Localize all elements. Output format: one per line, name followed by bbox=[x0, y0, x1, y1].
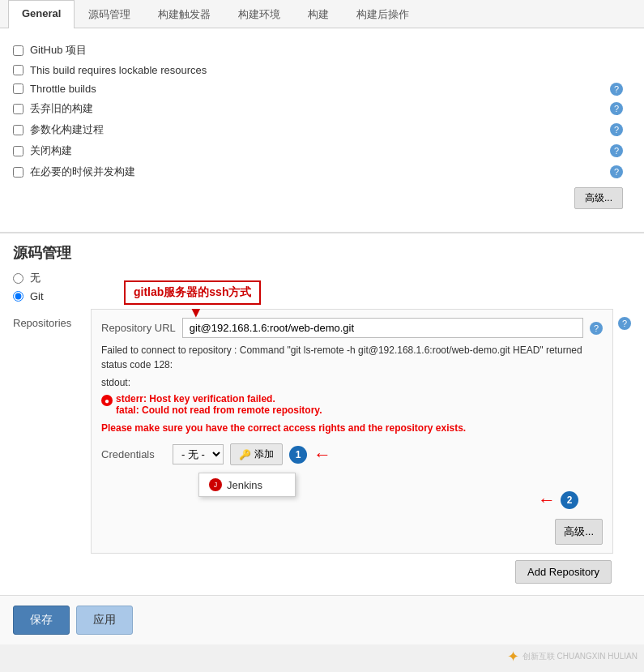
disable-build-help-icon[interactable]: ? bbox=[610, 144, 623, 157]
annotation-arrow-2: ← bbox=[538, 490, 556, 511]
repositories-outer: Repositories gitlab服务器的ssh方式 ▲ Repositor… bbox=[13, 309, 631, 554]
tabs-bar: General 源码管理 构建触发器 构建环境 构建 构建后操作 bbox=[0, 0, 644, 28]
bottom-bar: 保存 应用 bbox=[0, 595, 644, 644]
url-input[interactable] bbox=[182, 318, 583, 338]
discard-help-icon[interactable]: ? bbox=[610, 102, 623, 115]
apply-button[interactable]: 应用 bbox=[76, 606, 133, 635]
throttle-builds-checkbox[interactable] bbox=[13, 83, 23, 94]
add-repository-button[interactable]: Add Repository bbox=[515, 560, 612, 584]
github-project-checkbox[interactable] bbox=[13, 45, 23, 56]
annotation-circle-2: 2 bbox=[561, 491, 578, 509]
key-icon: 🔑 bbox=[239, 449, 251, 460]
concurrent-build-row: 在必要的时候并发构建 ? bbox=[13, 165, 631, 179]
error-msg-1: Failed to connect to repository : Comman… bbox=[101, 343, 603, 372]
error-icon: ● bbox=[101, 395, 113, 406]
tab-general[interactable]: General bbox=[8, 0, 75, 28]
repositories-box: gitlab服务器的ssh方式 ▲ Repository URL ? Faile… bbox=[91, 309, 613, 554]
general-section: GitHub 项目 This build requires lockable r… bbox=[0, 28, 644, 225]
url-help-icon[interactable]: ? bbox=[590, 322, 603, 335]
parameterized-build-label: 参数化构建过程 bbox=[30, 122, 104, 137]
add-btn-label: 添加 bbox=[254, 447, 274, 461]
disable-build-checkbox[interactable] bbox=[13, 146, 23, 156]
lockable-resources-row: This build requires lockable resources bbox=[13, 64, 631, 76]
main-container: General 源码管理 构建触发器 构建环境 构建 构建后操作 GitHub … bbox=[0, 0, 644, 644]
add-credentials-button[interactable]: 🔑 添加 bbox=[230, 443, 283, 465]
jenkins-option[interactable]: J Jenkins bbox=[199, 473, 295, 496]
radio-git-label: Git bbox=[30, 290, 44, 302]
jenkins-icon: J bbox=[209, 478, 222, 491]
disable-build-row: 关闭构建 ? bbox=[13, 143, 631, 158]
watermark: ✦ 创新互联 CHUANGXIN HULIAN bbox=[507, 648, 638, 666]
repo-buttons-row: 高级... bbox=[101, 519, 603, 545]
throttle-help-icon[interactable]: ? bbox=[610, 83, 623, 96]
tab-source[interactable]: 源码管理 bbox=[75, 0, 144, 28]
tab-build[interactable]: 构建 bbox=[294, 0, 343, 28]
credentials-dropdown: J Jenkins bbox=[198, 473, 296, 497]
concurrent-build-label: 在必要的时候并发构建 bbox=[30, 165, 135, 179]
credentials-row: Credentials - 无 - 🔑 添加 1 ← J Jenkins bbox=[101, 443, 603, 465]
error-access: Please make sure you have the correct ac… bbox=[101, 421, 603, 435]
tab-env[interactable]: 构建环境 bbox=[224, 0, 294, 28]
source-management-title: 源码管理 bbox=[13, 243, 631, 263]
repo-help-icon[interactable]: ? bbox=[618, 317, 631, 330]
jenkins-label: Jenkins bbox=[227, 479, 262, 491]
parameterized-build-row: 参数化构建过程 ? bbox=[13, 122, 631, 137]
tab-triggers[interactable]: 构建触发器 bbox=[144, 0, 224, 28]
advanced-btn-row: 高级... bbox=[13, 187, 631, 209]
concurrent-build-checkbox[interactable] bbox=[13, 167, 23, 178]
annotation-arrow: ▲ bbox=[189, 305, 203, 322]
throttle-builds-label: Throttle builds bbox=[30, 83, 96, 95]
section-divider bbox=[0, 232, 644, 233]
url-label: Repository URL bbox=[101, 322, 176, 334]
url-row: Repository URL ? bbox=[101, 318, 603, 338]
repositories-label: Repositories bbox=[13, 309, 86, 329]
annotation-row-2: ← 2 bbox=[101, 490, 603, 511]
error-stdout: stdout: bbox=[101, 375, 603, 390]
tab-post-build[interactable]: 构建后操作 bbox=[343, 0, 423, 28]
radio-none-row: 无 bbox=[13, 271, 631, 285]
concurrent-build-help-icon[interactable]: ? bbox=[610, 165, 623, 178]
add-repo-row: Add Repository bbox=[0, 554, 644, 587]
github-project-row: GitHub 项目 bbox=[13, 43, 631, 58]
credentials-select[interactable]: - 无 - bbox=[173, 444, 224, 464]
parameterized-build-checkbox[interactable] bbox=[13, 125, 23, 135]
parameterized-help-icon[interactable]: ? bbox=[610, 123, 623, 136]
annotation-arrow-1: ← bbox=[313, 444, 331, 465]
discard-old-builds-checkbox[interactable] bbox=[13, 104, 23, 114]
discard-old-builds-row: 丢弃旧的构建 ? bbox=[13, 101, 631, 116]
annotation-box: gitlab服务器的ssh方式 bbox=[124, 280, 261, 305]
radio-none[interactable] bbox=[13, 273, 23, 284]
github-project-label: GitHub 项目 bbox=[30, 43, 87, 58]
radio-git-row: Git bbox=[13, 290, 631, 302]
radio-none-label: 无 bbox=[30, 271, 41, 285]
credentials-label: Credentials bbox=[101, 448, 166, 460]
annotation-circle-1: 1 bbox=[289, 446, 307, 464]
lockable-resources-label: This build requires lockable resources bbox=[30, 64, 207, 76]
throttle-builds-row: Throttle builds ? bbox=[13, 83, 631, 95]
lockable-resources-checkbox[interactable] bbox=[13, 65, 23, 75]
save-button[interactable]: 保存 bbox=[13, 606, 70, 635]
repo-advanced-button[interactable]: 高级... bbox=[555, 519, 603, 545]
discard-old-builds-label: 丢弃旧的构建 bbox=[30, 101, 93, 116]
error-stderr-text: stderr: Host key verification failed. fa… bbox=[116, 393, 322, 416]
disable-build-label: 关闭构建 bbox=[30, 143, 72, 158]
advanced-button[interactable]: 高级... bbox=[574, 187, 623, 209]
error-stderr-row: ● stderr: Host key verification failed. … bbox=[101, 393, 603, 416]
radio-git[interactable] bbox=[13, 291, 23, 302]
